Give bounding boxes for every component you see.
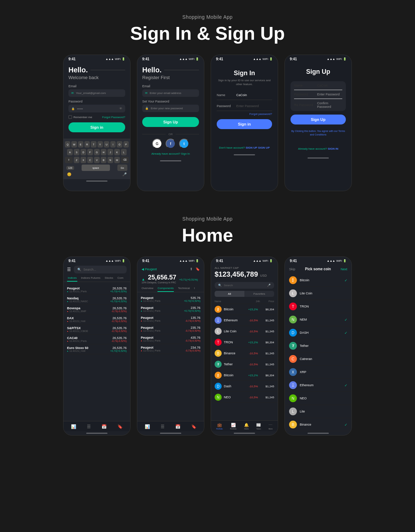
crypto-binance[interactable]: B Binance -10,5% $1,245 xyxy=(211,348,278,359)
stock-bovespa[interactable]: Bovespa ●11:43:21 | BMF 26,535.76 -0,73(… xyxy=(67,305,127,315)
tab-technical[interactable]: Technical xyxy=(178,285,190,292)
stock-dax[interactable]: DAX ●11:43:21 | Xetr 26,535.76 -0,73(-0,… xyxy=(67,315,127,325)
kb-m[interactable]: M xyxy=(114,157,120,163)
kb-u[interactable]: U xyxy=(104,141,109,148)
stock-sp[interactable]: S&P/TSX ●11:43:21 | CBOE 26,535.76 -0,73… xyxy=(67,325,127,334)
next-btn[interactable]: Next xyxy=(341,267,347,271)
bookmark-detail-icon[interactable]: 🔖 xyxy=(195,267,200,271)
kb-p[interactable]: P xyxy=(123,141,129,148)
detail-peugeot-6[interactable]: Peugeot ●11:43:21 | Paris 234.76 -0,73(-… xyxy=(141,344,200,354)
kb-r[interactable]: R xyxy=(84,141,90,148)
crypto-tether[interactable]: ₮ Tether -10,5% $1,245 xyxy=(211,359,278,370)
nav-calendar[interactable]: 📅 xyxy=(101,424,107,429)
crypto-tron[interactable]: T TRON +15,2% $6,204 xyxy=(211,337,278,348)
stock-search[interactable]: 🔍 Search... xyxy=(74,266,127,273)
crypto-neo[interactable]: N NEO -10,5% $1,245 xyxy=(211,392,278,403)
nav-bm-h2[interactable]: 🔖 xyxy=(191,424,197,429)
tab-info[interactable]: I xyxy=(194,285,195,292)
kb-mic-icon[interactable]: 🎤 xyxy=(122,172,127,176)
pick-neo[interactable]: N NEO xyxy=(285,392,352,405)
crypto-bitcoin[interactable]: ₿ Bitcoin +15,2% $6,204 xyxy=(211,304,278,315)
kb-123[interactable]: 123 xyxy=(66,166,74,170)
cbn-market[interactable]: 📈 Portfolio xyxy=(230,423,237,430)
pick-bitcoin[interactable]: ₿ Bitcoin ✓ xyxy=(285,274,352,287)
kb-y[interactable]: Y xyxy=(98,141,103,148)
nav-list[interactable]: ☰ xyxy=(87,424,91,429)
kb-n[interactable]: N xyxy=(107,157,113,163)
google-btn[interactable]: G xyxy=(152,139,162,149)
pick-dash[interactable]: D DASH ✓ xyxy=(285,326,352,339)
detail-peugeot-3[interactable]: Peugeot ●11:43:21 | Paris 135.76 -0,73(-… xyxy=(141,314,200,324)
sign-up-btn-2[interactable]: Sign Up xyxy=(142,117,199,127)
stock-euro[interactable]: Euro Stoxx 50 ●11:43:21 | Xetr 26,535.76… xyxy=(67,344,127,354)
tab-indices-futures[interactable]: Indices Futures xyxy=(80,275,101,282)
kb-h[interactable]: H xyxy=(101,149,106,155)
kb-go[interactable]: Go xyxy=(117,165,127,171)
pick-tron[interactable]: T TRON xyxy=(285,300,352,313)
twitter-btn[interactable]: t xyxy=(179,139,189,149)
stock-peugeot[interactable]: Peugeot ●11:43:21 | Paris 26,535.76 +0,7… xyxy=(67,285,127,295)
detail-peugeot-1[interactable]: Peugeot ●11:43:21 | Paris 535.76 +0,73(+… xyxy=(141,294,200,304)
skip-btn[interactable]: Skip xyxy=(289,267,295,271)
kb-emoji-icon[interactable]: 😊 xyxy=(67,172,71,176)
cbn-more[interactable]: ⋯ More xyxy=(269,423,272,430)
pick-lite[interactable]: L Lite xyxy=(285,405,352,418)
crypto-search[interactable]: 🔍 Search 🎤 xyxy=(215,282,274,289)
checkbox[interactable] xyxy=(68,115,72,119)
crypto-dash[interactable]: D Dash -10,5% $1,245 xyxy=(211,381,278,392)
pick-binance[interactable]: B Binance ✓ xyxy=(285,418,352,431)
detail-peugeot-2[interactable]: Peugeot ●11:43:21 | Paris 235.76 +0,73(+… xyxy=(141,304,200,314)
nav-chart[interactable]: 📊 xyxy=(71,424,76,429)
kb-k[interactable]: K xyxy=(114,149,120,155)
email-input-2[interactable]: ✉ Enter your email address xyxy=(142,89,199,97)
kb-t[interactable]: T xyxy=(91,141,96,148)
nav-chart-h2[interactable]: 📊 xyxy=(145,424,150,429)
nav-list-h2[interactable]: ☰ xyxy=(161,424,165,429)
kb-o[interactable]: O xyxy=(117,141,122,148)
remember-check[interactable]: Remember me xyxy=(68,115,92,119)
detail-peugeot-4[interactable]: Peugeot ●11:43:21 | Paris 235.76 -0,73(-… xyxy=(141,324,200,334)
kb-shift[interactable]: ⇧ xyxy=(65,157,73,163)
kb-b[interactable]: B xyxy=(101,157,106,163)
kb-v[interactable]: V xyxy=(94,157,100,163)
pick-litecoin[interactable]: Ł Lite Coin xyxy=(285,287,352,300)
kb-w[interactable]: W xyxy=(71,141,77,148)
facebook-btn[interactable]: f xyxy=(166,139,176,149)
crypto-bitcoin2[interactable]: ₿ Bitcoin +15,2% $6,204 xyxy=(211,370,278,381)
cbn-news[interactable]: 📰 News xyxy=(256,423,261,430)
kb-d[interactable]: D xyxy=(81,149,86,155)
sign-up-link-3[interactable]: SIGN UP xyxy=(245,146,257,149)
kb-l[interactable]: L xyxy=(121,149,127,155)
forgot-pw-1[interactable]: Forgot Password? xyxy=(102,116,125,119)
nav-bookmark[interactable]: 🔖 xyxy=(117,424,123,429)
sign-in-btn-3[interactable]: Sign in xyxy=(217,119,272,129)
mic-icon-h3[interactable]: 🎤 xyxy=(267,284,271,287)
stock-nasdaq[interactable]: Nasdaq ●11:43:21 | NASC 26,535.76 +0,73(… xyxy=(67,295,127,305)
pick-catreran[interactable]: C Catreran xyxy=(285,353,352,366)
hamburger-icon[interactable]: ☰ xyxy=(67,267,71,272)
sign-in-link-2[interactable]: Sign In xyxy=(181,152,190,155)
pick-nem[interactable]: N NEM ✓ xyxy=(285,313,352,326)
pick-xrp[interactable]: X XRP xyxy=(285,366,352,379)
kb-e[interactable]: E xyxy=(78,141,83,148)
kb-f[interactable]: F xyxy=(87,149,93,155)
kb-z[interactable]: Z xyxy=(74,157,79,163)
sign-in-link-4[interactable]: SIGN IN xyxy=(328,147,338,150)
kb-q[interactable]: Q xyxy=(65,141,70,148)
tab-com[interactable]: Com xyxy=(117,275,124,282)
back-btn[interactable]: ◀ Peugeot xyxy=(142,267,157,271)
crypto-ethereum[interactable]: Ξ Ethereum -10,5% $1,245 xyxy=(211,315,278,326)
email-input-1[interactable]: ✉ Your_email@gmail.com xyxy=(68,89,125,97)
tab-favorites[interactable]: Favorites xyxy=(244,291,274,297)
forgot-pw-3[interactable]: Forgot password? xyxy=(217,112,272,116)
nav-cal-h2[interactable]: 📅 xyxy=(175,424,181,429)
pw-input-2[interactable]: 🔒 Enter your new password xyxy=(142,105,199,112)
sign-up-link-3b[interactable]: SIGN UP xyxy=(258,146,270,149)
pick-ethereum[interactable]: Ξ Ethereum ✓ xyxy=(285,379,352,392)
stock-cac[interactable]: CAC40 ●11:43:21 | Paris 26,535.76 -0,73(… xyxy=(67,334,127,344)
kb-c[interactable]: C xyxy=(87,157,93,163)
share-icon[interactable]: ⬆ xyxy=(190,267,193,271)
detail-peugeot-5[interactable]: Peugeot ●11:43:21 | Paris 435.76 -0,73(-… xyxy=(141,334,200,344)
sign-up-btn-4[interactable]: Sign Up xyxy=(290,115,346,124)
pw-input-1[interactable]: 🔒 •••••• 👁 xyxy=(68,105,125,112)
